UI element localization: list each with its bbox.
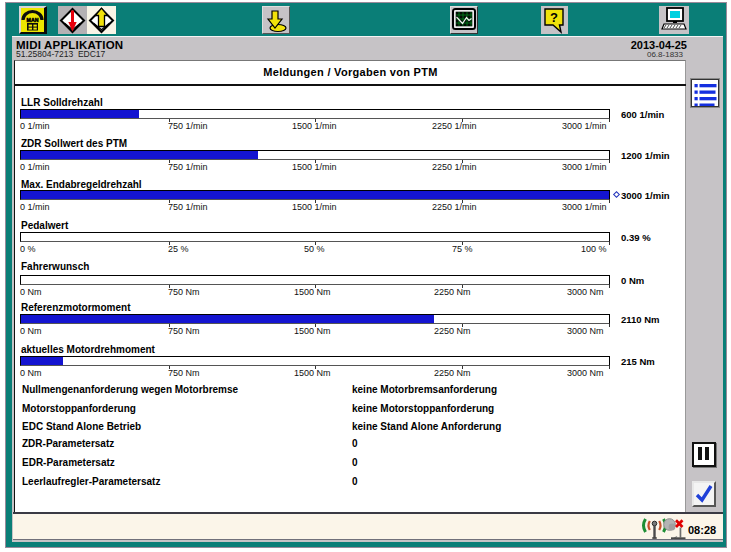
svg-text:?: ?	[550, 10, 558, 25]
svg-text:MAN: MAN	[27, 17, 39, 23]
